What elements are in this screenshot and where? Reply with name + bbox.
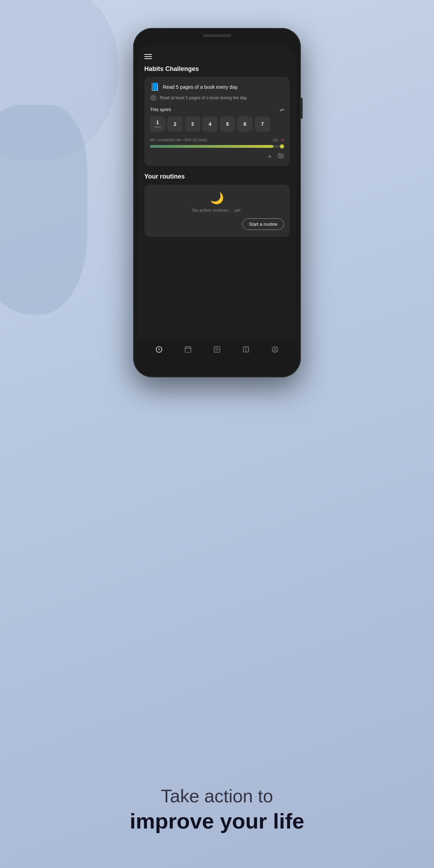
- phone-side-button: [301, 98, 303, 119]
- progress-right: 0% ✕: [273, 137, 284, 143]
- svg-rect-9: [185, 347, 191, 353]
- background-blob-left: [0, 105, 87, 314]
- nav-compass-icon[interactable]: [154, 345, 164, 354]
- phone-screen: Habits Challenges 📘 Read 5 pages of a bo…: [137, 45, 297, 360]
- challenge-card: 📘 Read 5 pages of a book every day. Read…: [144, 77, 290, 166]
- bottom-navigation: [137, 339, 297, 360]
- day-button-1[interactable]: 1 today: [150, 116, 165, 132]
- svg-point-8: [158, 349, 159, 350]
- nav-list-icon[interactable]: [212, 345, 222, 354]
- compass-icon: [150, 94, 157, 101]
- day-button-5[interactable]: 5: [220, 116, 235, 132]
- day-button-4[interactable]: 4: [202, 116, 218, 132]
- card-actions: ＋: [150, 152, 284, 160]
- moon-cloud-icon: 🌙: [210, 191, 224, 205]
- sprint-header: This sprint ⇌: [150, 106, 284, 113]
- progress-bar: [150, 145, 284, 148]
- routines-empty-text: No active routines… yet.: [192, 208, 242, 213]
- svg-point-19: [274, 348, 276, 350]
- svg-point-6: [280, 157, 281, 158]
- tagline-section: Take action to improve your life: [0, 785, 434, 833]
- day-button-2[interactable]: 2: [167, 116, 183, 132]
- habits-section-title: Habits Challenges: [144, 65, 290, 73]
- book-icon: 📘: [150, 82, 159, 92]
- routines-section-title: Your routines: [144, 173, 290, 180]
- progress-percent-value: 0%: [273, 138, 278, 142]
- svg-point-2: [279, 153, 280, 155]
- phone-speaker: [203, 34, 231, 37]
- nav-calendar-icon[interactable]: [183, 345, 193, 354]
- settings-sliders-button[interactable]: [278, 152, 284, 160]
- progress-meta: Min. completion rate • 90% (25 days) 0% …: [150, 137, 284, 143]
- swap-icon[interactable]: ⇌: [280, 106, 284, 113]
- challenge-desc-row: Read at least 5 pages of a book during t…: [150, 94, 284, 101]
- tagline-line2: improve your life: [28, 809, 406, 833]
- progress-close-icon[interactable]: ✕: [281, 138, 284, 142]
- challenge-title: Read 5 pages of a book every day.: [163, 84, 238, 90]
- routines-card: 🌙 No active routines… yet. Start a routi…: [144, 185, 290, 237]
- challenge-description: Read at least 5 pages of a book during t…: [160, 95, 247, 100]
- menu-icon[interactable]: [144, 54, 290, 59]
- nav-book-icon[interactable]: [241, 345, 251, 354]
- phone-mockup: Habits Challenges 📘 Read 5 pages of a bo…: [133, 28, 301, 377]
- day-buttons-row: 1 today 2 3 4 5: [150, 116, 284, 132]
- screen-content: Habits Challenges 📘 Read 5 pages of a bo…: [137, 45, 297, 339]
- start-routine-button[interactable]: Start a routine: [242, 218, 284, 230]
- sprint-label: This sprint: [150, 107, 171, 112]
- day-button-7[interactable]: 7: [255, 116, 270, 132]
- progress-bar-dot: [280, 144, 284, 149]
- tagline-line1: Take action to: [28, 785, 406, 807]
- challenge-header: 📘 Read 5 pages of a book every day.: [150, 82, 284, 92]
- day-button-3[interactable]: 3: [185, 116, 200, 132]
- phone-frame: Habits Challenges 📘 Read 5 pages of a bo…: [133, 28, 301, 377]
- nav-profile-icon[interactable]: [270, 345, 280, 354]
- day-button-6[interactable]: 6: [237, 116, 253, 132]
- svg-point-4: [281, 155, 283, 157]
- add-button[interactable]: ＋: [267, 152, 273, 160]
- progress-info: Min. completion rate • 90% (25 days): [150, 138, 207, 142]
- routines-empty-state: 🌙 No active routines… yet.: [150, 191, 284, 213]
- progress-bar-fill: [150, 145, 273, 148]
